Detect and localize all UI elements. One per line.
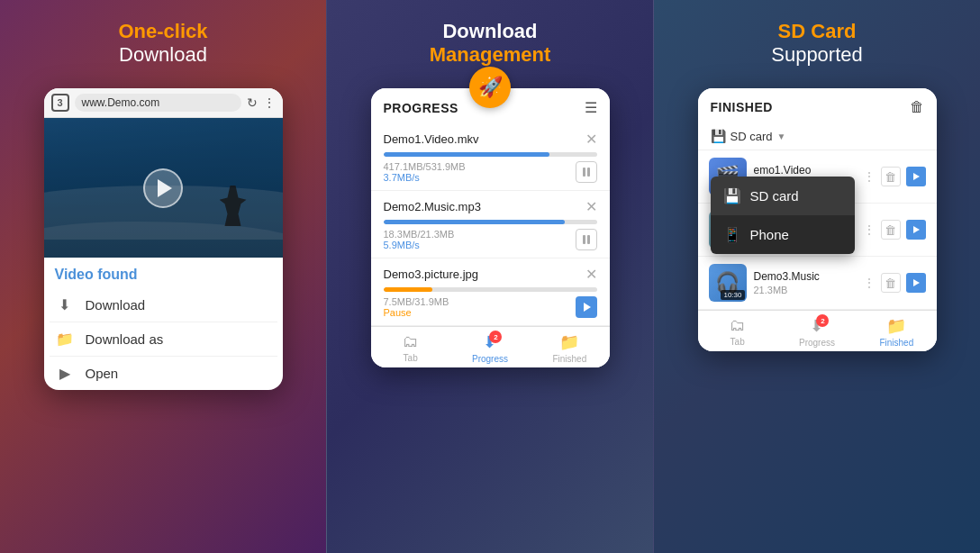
nav-progress-panel2[interactable]: ⬇ 2 Progress xyxy=(450,332,530,364)
fi-actions-3: ⋮ 🗑 xyxy=(863,273,926,293)
dl-item3-bottom: 7.5MB/31.9MB Pause xyxy=(384,296,597,318)
nav-tab-panel3[interactable]: 🗂 Tab xyxy=(698,316,777,348)
dl-item3-close[interactable]: ✕ xyxy=(585,266,597,283)
action-download-as[interactable]: 📁 Download as xyxy=(50,322,277,357)
panel-download-management: Download Management 🚀 PROGRESS ☰ Demo1.V… xyxy=(326,0,654,553)
panel2-title-line1: Download xyxy=(430,20,550,43)
action-download[interactable]: ⬇ Download xyxy=(50,288,277,322)
panel3-title-line1: SD Card xyxy=(771,20,863,43)
finished-header: FINISHED 🗑 xyxy=(698,88,937,122)
fi-menu-2[interactable]: ⋮ xyxy=(863,222,876,237)
dl-item3-progress-bg xyxy=(384,287,597,292)
dl-item2-bottom: 18.3MB/21.3MB 5.9MB/s xyxy=(384,229,597,250)
dl-item2-top: Demo2.Music.mp3 ✕ xyxy=(384,198,597,215)
download-item-1: Demo1.Video.mkv ✕ 417.1MB/531.9MB 3.7MB/… xyxy=(371,123,610,191)
sd-dropdown-item-sdcard[interactable]: 💾 SD card xyxy=(711,177,855,215)
panel2-phone-wrapper: 🚀 PROGRESS ☰ Demo1.Video.mkv ✕ xyxy=(371,79,610,553)
sd-card-dropdown-btn[interactable]: 💾 SD card ▼ xyxy=(711,129,786,143)
dl-item3-top: Demo3.picture.jpg ✕ xyxy=(384,266,597,283)
fi-play-3[interactable] xyxy=(906,273,926,293)
nav-progress-icon: ⬇ 2 xyxy=(483,332,496,352)
dl-item3-filename: Demo3.picture.jpg xyxy=(384,267,479,281)
nav-tab-icon: 🗂 xyxy=(403,332,419,351)
dl-item3-progress-fill xyxy=(384,287,433,292)
browser-bar: 3 www.Demo.com ↻ ⋮ xyxy=(44,88,283,118)
nav-finished-panel3[interactable]: 📁 Finished xyxy=(857,316,936,348)
video-play-button[interactable] xyxy=(143,168,183,208)
dl-item2-size: 18.3MB/21.3MB xyxy=(384,229,455,240)
download-as-label: Download as xyxy=(86,331,164,347)
dl-item3-play-triangle xyxy=(584,303,591,312)
dl-item1-close[interactable]: ✕ xyxy=(585,131,597,148)
fi-trash-2[interactable]: 🗑 xyxy=(881,220,901,240)
fi-play-tri-3 xyxy=(913,279,920,286)
video-found-label: Video found xyxy=(44,258,283,288)
dl-item2-close[interactable]: ✕ xyxy=(585,198,597,215)
fi-actions-1: ⋮ 🗑 xyxy=(863,167,926,186)
fi-menu-1[interactable]: ⋮ xyxy=(863,169,876,184)
dl-item1-progress-fill xyxy=(384,152,550,157)
dl-item2-pause-btn[interactable] xyxy=(576,229,597,250)
panel3-header: SD Card Supported xyxy=(762,0,872,79)
sd-dropdown-phone-label: Phone xyxy=(750,227,789,242)
dl-item1-speed: 3.7MB/s xyxy=(384,172,466,183)
panel2-title-line2: Management xyxy=(430,43,550,67)
nav-finished-panel2[interactable]: 📁 Finished xyxy=(530,332,609,364)
nav-progress-icon-p3: ⬇ 2 xyxy=(810,316,823,336)
dl-item3-play-btn[interactable] xyxy=(576,296,597,318)
pause-bar-1 xyxy=(583,168,585,177)
download-list: Demo1.Video.mkv ✕ 417.1MB/531.9MB 3.7MB/… xyxy=(371,123,610,326)
fi-trash-3[interactable]: 🗑 xyxy=(881,273,901,293)
pause-bar-4 xyxy=(587,235,590,244)
browser-url: www.Demo.com xyxy=(75,94,241,112)
rocket-icon: 🚀 xyxy=(478,76,503,99)
open-icon: ▶ xyxy=(55,365,75,382)
nav-finished-label: Finished xyxy=(552,354,586,364)
pause-bar-3 xyxy=(583,235,585,244)
browser-refresh-icon[interactable]: ↻ xyxy=(247,95,258,110)
dl-item1-pause-btn[interactable] xyxy=(576,161,597,183)
dl-item2-speed: 5.9MB/s xyxy=(384,240,455,250)
finished-item-3: 🎧 10:30 Demo3.Music 21.3MB ⋮ 🗑 xyxy=(698,257,937,310)
dl-item2-progress-fill xyxy=(384,220,565,224)
browser-menu-icon[interactable]: ⋮ xyxy=(263,95,276,110)
panel2-bottom-nav: 🗂 Tab ⬇ 2 Progress 📁 Finished xyxy=(371,326,610,367)
fi-duration-3: 10:30 xyxy=(721,290,744,300)
nav-tab-icon-p3: 🗂 xyxy=(730,316,746,335)
nav-finished-icon-p3: 📁 xyxy=(886,316,906,336)
dl-item1-progress-bg xyxy=(384,152,597,157)
browser-tab-num: 3 xyxy=(51,94,69,112)
action-open[interactable]: ▶ Open xyxy=(50,357,277,390)
fi-trash-1[interactable]: 🗑 xyxy=(881,167,901,186)
fi-thumb-3: 🎧 10:30 xyxy=(709,264,747,302)
action-list: ⬇ Download 📁 Download as ▶ Open xyxy=(44,288,283,390)
dl-item1-top: Demo1.Video.mkv ✕ xyxy=(384,131,597,148)
download-label: Download xyxy=(86,297,146,313)
open-label: Open xyxy=(86,366,119,381)
panel3-phone: FINISHED 🗑 💾 SD card ▼ 💾 SD card 📱 xyxy=(698,88,937,351)
fi-size-3: 21.3MB xyxy=(754,285,856,295)
fi-menu-3[interactable]: ⋮ xyxy=(863,276,876,290)
fi-info-3: Demo3.Music 21.3MB xyxy=(754,270,856,295)
nav-finished-icon: 📁 xyxy=(559,332,579,352)
sd-card-icon: 💾 xyxy=(711,129,726,143)
progress-title: PROGRESS xyxy=(384,101,458,115)
fi-play-1[interactable] xyxy=(906,167,926,186)
play-triangle-icon xyxy=(158,179,172,197)
nav-progress-panel3[interactable]: ⬇ 2 Progress xyxy=(777,316,857,348)
dl-item1-bottom: 417.1MB/531.9MB 3.7MB/s xyxy=(384,161,597,183)
fi-play-2[interactable] xyxy=(906,220,926,240)
finished-trash-icon[interactable]: 🗑 xyxy=(910,99,924,115)
panel3-bottom-nav: 🗂 Tab ⬇ 2 Progress 📁 Finished xyxy=(698,310,937,351)
list-icon[interactable]: ☰ xyxy=(585,99,597,116)
folder-icon: 📁 xyxy=(55,331,75,348)
rocket-badge: 🚀 xyxy=(469,67,511,108)
panel3-phone-wrapper: FINISHED 🗑 💾 SD card ▼ 💾 SD card 📱 xyxy=(698,79,937,553)
download-item-3: Demo3.picture.jpg ✕ 7.5MB/31.9MB Pause xyxy=(371,258,610,326)
panel1-phone-wrapper: 3 www.Demo.com ↻ ⋮ Video foun xyxy=(44,79,283,553)
panel-sd-card: SD Card Supported FINISHED 🗑 💾 SD card ▼ xyxy=(654,0,980,553)
dl-item2-progress-bg xyxy=(384,220,597,224)
progress-badge: 2 xyxy=(489,331,502,343)
nav-tab-panel2[interactable]: 🗂 Tab xyxy=(371,332,450,364)
sd-dropdown-item-phone[interactable]: 📱 Phone xyxy=(711,215,855,254)
